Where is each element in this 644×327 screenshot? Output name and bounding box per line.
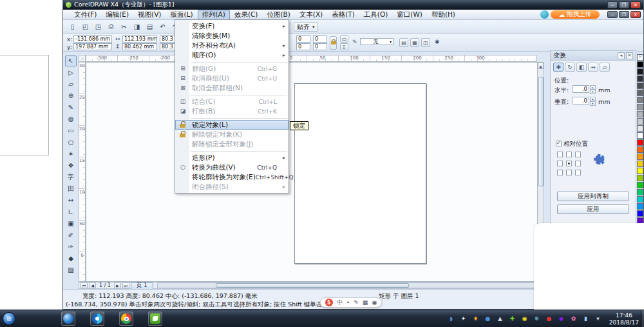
menu-item-close-path[interactable]: 闭合路径(S) — [175, 182, 289, 192]
tray-icon-6[interactable]: ✚ — [507, 313, 517, 323]
outline-tool[interactable]: ✑ — [65, 241, 77, 252]
color-swatch[interactable] — [637, 154, 643, 160]
upload-tool-icon[interactable] — [540, 10, 549, 19]
menu-text[interactable]: 文本(X) — [295, 10, 327, 20]
eyedropper-tool[interactable]: ✐ — [65, 230, 77, 241]
object-x-field[interactable]: -131.686 mm — [73, 35, 112, 43]
tray-icon-5[interactable]: ▲ — [495, 313, 505, 323]
color-swatch[interactable] — [637, 196, 643, 203]
blend-tool[interactable]: ▣ — [65, 218, 77, 229]
vertical-field[interactable]: .0 — [573, 97, 589, 104]
smart-fill-tool[interactable]: ◍ — [65, 114, 77, 124]
transform-mirror-tab[interactable]: ◧ — [576, 63, 587, 72]
color-swatch[interactable] — [637, 104, 643, 110]
open-icon[interactable]: ◰ — [80, 21, 91, 32]
paste-icon[interactable]: ▤ — [144, 21, 155, 32]
ellipse-tool[interactable]: ○ — [65, 137, 77, 148]
corner-radius-br-field[interactable]: 0 — [313, 43, 327, 50]
ime-dot[interactable]: • — [346, 299, 350, 306]
anchor-point-grid[interactable] — [557, 152, 581, 175]
tray-icon-11[interactable]: ✿ — [569, 313, 578, 323]
object-width-field[interactable]: 112.193 mm — [122, 35, 157, 43]
object-y-field[interactable]: 197.887 mm — [73, 43, 112, 50]
menu-effects[interactable]: 效果(C) — [230, 10, 263, 20]
menu-item-transformations[interactable]: 变换(F) — [175, 21, 289, 31]
freehand-tool[interactable]: ✎ — [65, 102, 77, 113]
save-icon[interactable]: ◳ — [93, 21, 104, 32]
vertical-spinner[interactable]: ▴▾ — [590, 97, 596, 104]
tray-icon-9[interactable]: ● — [544, 313, 554, 323]
wrap-paragraph-button[interactable]: ▤ — [399, 38, 408, 47]
menu-tools[interactable]: 工具(O) — [359, 10, 392, 20]
menu-item-break-apart[interactable]: ◪ 打散(B) Ctrl+K — [175, 106, 289, 116]
color-swatch[interactable] — [637, 90, 643, 96]
ime-lang-indicator[interactable]: 中 — [337, 299, 343, 307]
transform-position-tab[interactable]: ✚ — [553, 63, 564, 72]
relative-position-checkbox[interactable]: 相对位置 — [556, 140, 588, 148]
corner-radius-tr-field[interactable]: 0 — [313, 35, 327, 43]
ime-keyboard-icon[interactable]: ▦ — [363, 299, 368, 306]
taskbar-app-browser[interactable] — [61, 312, 75, 326]
apply-to-duplicate-button[interactable]: 应用到再制 — [557, 192, 629, 201]
color-swatch[interactable] — [637, 146, 643, 153]
ime-pen-icon[interactable]: ✎ — [354, 299, 359, 306]
text-wrap-button[interactable]: ▭ — [340, 35, 348, 43]
close-button[interactable]: ✕ — [630, 1, 641, 8]
color-swatch[interactable] — [637, 97, 643, 103]
color-swatch[interactable] — [637, 118, 643, 124]
menu-item-ungroup-all[interactable]: ⊠ 取消全部群组(N) — [175, 83, 289, 93]
menu-item-convert-to-curves[interactable]: ○ 转换为曲线(V) Ctrl+Q — [175, 163, 289, 172]
taskbar-clock[interactable]: 17:46 2018/8/17 — [609, 312, 639, 326]
interactive-fill-tool[interactable]: ▨ — [65, 264, 77, 275]
menu-item-unlock-object[interactable]: 解除锁定对象(K) — [175, 130, 289, 139]
menu-arrange[interactable]: 排列(A) — [198, 10, 230, 20]
menu-help[interactable]: 帮助(H) — [427, 10, 460, 20]
tray-icon-7[interactable]: ◉ — [520, 313, 529, 323]
tray-icon-8[interactable]: ❄ — [532, 313, 542, 323]
settings-icon[interactable]: ✱ — [435, 39, 440, 45]
table-tool[interactable]: 田 — [65, 183, 77, 194]
menu-item-group[interactable]: ⊞ 群组(G) Ctrl+G — [175, 64, 289, 74]
fill-tool[interactable]: ◆ — [65, 253, 77, 264]
color-swatch[interactable] — [637, 182, 643, 188]
transform-rotate-tab[interactable]: ↻ — [565, 63, 575, 72]
color-swatch[interactable] — [637, 111, 643, 117]
corner-radius-bl-field[interactable]: 0 — [296, 43, 310, 50]
print-icon[interactable]: ⎙ — [106, 21, 117, 32]
scrollbar-thumb[interactable] — [216, 283, 409, 288]
menu-item-combine[interactable]: ◫ 结合(C) Ctrl+L — [175, 97, 289, 106]
menu-item-convert-outline-to-object[interactable]: 将轮廓转换为对象(E) Ctrl+Shift+Q — [175, 172, 289, 182]
tray-icon-1[interactable]: ◗ — [446, 313, 456, 323]
text-tool[interactable]: 字 — [65, 172, 77, 183]
menu-layout[interactable]: 版面(L) — [166, 10, 197, 20]
menu-item-lock-object[interactable]: 锁定对象(L) — [175, 120, 289, 130]
next-page-button[interactable]: ▶ — [114, 282, 121, 288]
doc-restore-button[interactable]: ❐ — [619, 11, 629, 18]
taskbar-app-notes[interactable] — [148, 312, 162, 326]
combine-button[interactable]: ◫ — [421, 38, 430, 47]
vertical-ruler[interactable]: 300250200150100500 — [79, 62, 86, 282]
menu-item-unlock-all[interactable]: 解除锁定全部对象(J) — [175, 139, 289, 149]
scroll-up-arrow[interactable]: ▲ — [538, 63, 544, 69]
color-swatch[interactable] — [637, 132, 643, 139]
pick-tool[interactable]: ↖ — [65, 55, 77, 66]
horizontal-field[interactable]: .0 — [573, 85, 589, 93]
menu-item-shaping[interactable]: 造形(P) — [175, 153, 289, 163]
connector-tool[interactable]: ∟ — [65, 206, 77, 217]
menu-table[interactable]: 表格(T) — [327, 10, 359, 20]
tray-icon-13[interactable]: ▾ — [593, 313, 603, 323]
menu-edit[interactable]: 编辑(E) — [101, 10, 133, 20]
ime-toolbox-icon[interactable]: ◉ — [372, 299, 377, 306]
dimension-tool[interactable]: ↔ — [65, 195, 77, 206]
menu-file[interactable]: 文件(F) — [70, 10, 101, 20]
color-swatch[interactable] — [637, 210, 643, 217]
rectangle-tool[interactable]: ▭ — [65, 125, 77, 136]
color-swatch[interactable] — [637, 139, 643, 146]
tray-icon-2[interactable]: ✦ — [459, 313, 468, 323]
crop-tool[interactable]: ▱ — [65, 79, 77, 90]
doc-minimize-button[interactable]: — — [607, 11, 618, 18]
sogou-logo-icon[interactable]: S — [325, 299, 333, 306]
tray-icon-10[interactable]: ◆ — [556, 313, 566, 323]
ruler-origin[interactable]: ⊹ — [79, 55, 86, 62]
cut-icon[interactable]: ✂ — [118, 21, 129, 32]
